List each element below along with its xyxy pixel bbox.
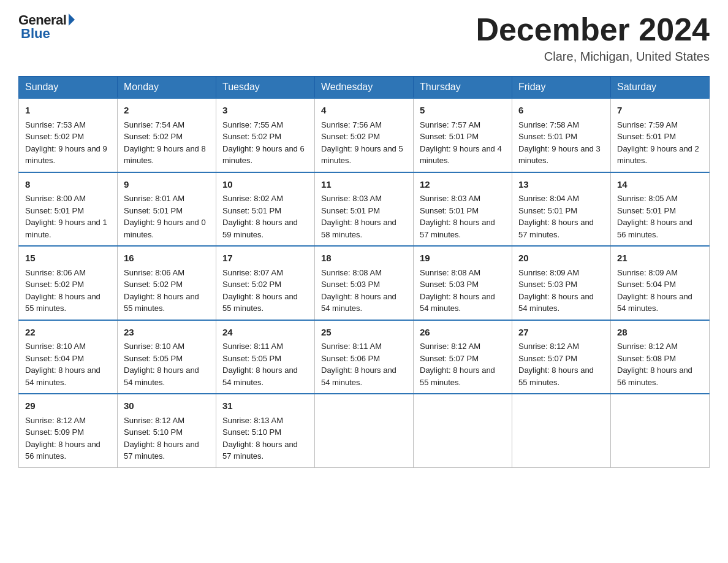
- table-row: 25 Sunrise: 8:11 AMSunset: 5:06 PMDaylig…: [315, 320, 414, 394]
- day-info: Sunrise: 8:12 AMSunset: 5:07 PMDaylight:…: [518, 342, 594, 387]
- table-row: 23 Sunrise: 8:10 AMSunset: 5:05 PMDaylig…: [118, 320, 216, 394]
- table-row: 31 Sunrise: 8:13 AMSunset: 5:10 PMDaylig…: [216, 394, 315, 467]
- table-row: 27 Sunrise: 8:12 AMSunset: 5:07 PMDaylig…: [512, 320, 611, 394]
- table-row: 7 Sunrise: 7:59 AMSunset: 5:01 PMDayligh…: [611, 98, 710, 172]
- calendar-week-2: 8 Sunrise: 8:00 AMSunset: 5:01 PMDayligh…: [19, 172, 710, 247]
- title-block: December 2024 Clare, Michigan, United St…: [476, 12, 710, 64]
- day-number: 5: [420, 104, 506, 118]
- col-header-saturday: Saturday: [611, 77, 710, 99]
- day-number: 9: [124, 178, 210, 192]
- month-title: December 2024: [476, 12, 710, 47]
- day-info: Sunrise: 8:02 AMSunset: 5:01 PMDaylight:…: [222, 194, 298, 239]
- table-row: [512, 394, 611, 467]
- day-info: Sunrise: 8:03 AMSunset: 5:01 PMDaylight:…: [420, 194, 495, 239]
- day-number: 12: [420, 178, 506, 192]
- day-number: 16: [124, 251, 210, 266]
- day-number: 10: [222, 178, 308, 192]
- day-info: Sunrise: 8:12 AMSunset: 5:10 PMDaylight:…: [124, 416, 199, 461]
- day-info: Sunrise: 8:08 AMSunset: 5:03 PMDaylight:…: [420, 268, 495, 313]
- day-number: 31: [222, 399, 308, 413]
- day-info: Sunrise: 8:12 AMSunset: 5:07 PMDaylight:…: [420, 342, 495, 387]
- table-row: 28 Sunrise: 8:12 AMSunset: 5:08 PMDaylig…: [611, 320, 710, 394]
- day-info: Sunrise: 8:08 AMSunset: 5:03 PMDaylight:…: [321, 268, 396, 313]
- day-info: Sunrise: 8:12 AMSunset: 5:09 PMDaylight:…: [25, 416, 100, 461]
- day-number: 28: [617, 326, 703, 340]
- day-info: Sunrise: 8:13 AMSunset: 5:10 PMDaylight:…: [222, 416, 298, 461]
- table-row: 5 Sunrise: 7:57 AMSunset: 5:01 PMDayligh…: [414, 98, 512, 172]
- table-row: [315, 394, 414, 467]
- table-row: 22 Sunrise: 8:10 AMSunset: 5:04 PMDaylig…: [19, 320, 118, 394]
- day-info: Sunrise: 8:09 AMSunset: 5:03 PMDaylight:…: [518, 268, 594, 313]
- col-header-tuesday: Tuesday: [216, 77, 315, 99]
- day-info: Sunrise: 8:05 AMSunset: 5:01 PMDaylight:…: [617, 194, 692, 239]
- day-number: 17: [222, 251, 308, 266]
- day-info: Sunrise: 7:57 AMSunset: 5:01 PMDaylight:…: [420, 120, 502, 166]
- day-number: 30: [124, 399, 210, 413]
- day-number: 23: [124, 326, 210, 340]
- table-row: 8 Sunrise: 8:00 AMSunset: 5:01 PMDayligh…: [19, 172, 118, 247]
- table-row: 1 Sunrise: 7:53 AMSunset: 5:02 PMDayligh…: [19, 98, 118, 172]
- table-row: 26 Sunrise: 8:12 AMSunset: 5:07 PMDaylig…: [414, 320, 512, 394]
- day-info: Sunrise: 8:12 AMSunset: 5:08 PMDaylight:…: [617, 342, 692, 387]
- logo-blue-text: Blue: [18, 26, 50, 42]
- day-info: Sunrise: 8:10 AMSunset: 5:04 PMDaylight:…: [25, 342, 100, 387]
- day-info: Sunrise: 7:55 AMSunset: 5:02 PMDaylight:…: [222, 120, 305, 166]
- table-row: 2 Sunrise: 7:54 AMSunset: 5:02 PMDayligh…: [118, 98, 216, 172]
- col-header-wednesday: Wednesday: [315, 77, 414, 99]
- day-info: Sunrise: 8:06 AMSunset: 5:02 PMDaylight:…: [124, 268, 199, 313]
- table-row: 18 Sunrise: 8:08 AMSunset: 5:03 PMDaylig…: [315, 246, 414, 320]
- table-row: 21 Sunrise: 8:09 AMSunset: 5:04 PMDaylig…: [611, 246, 710, 320]
- calendar-header-row: Sunday Monday Tuesday Wednesday Thursday…: [19, 77, 710, 99]
- table-row: 20 Sunrise: 8:09 AMSunset: 5:03 PMDaylig…: [512, 246, 611, 320]
- day-number: 22: [25, 326, 111, 340]
- day-info: Sunrise: 8:07 AMSunset: 5:02 PMDaylight:…: [222, 268, 298, 313]
- location-subtitle: Clare, Michigan, United States: [476, 50, 710, 64]
- day-info: Sunrise: 8:00 AMSunset: 5:01 PMDaylight:…: [25, 194, 107, 239]
- logo-arrow-icon: [69, 13, 75, 26]
- calendar-week-4: 22 Sunrise: 8:10 AMSunset: 5:04 PMDaylig…: [19, 320, 710, 394]
- day-number: 27: [518, 326, 604, 340]
- day-number: 4: [321, 104, 407, 118]
- table-row: 17 Sunrise: 8:07 AMSunset: 5:02 PMDaylig…: [216, 246, 315, 320]
- day-number: 20: [518, 251, 604, 266]
- day-number: 11: [321, 178, 407, 192]
- table-row: 6 Sunrise: 7:58 AMSunset: 5:01 PMDayligh…: [512, 98, 611, 172]
- day-number: 6: [518, 104, 604, 118]
- col-header-friday: Friday: [512, 77, 611, 99]
- day-info: Sunrise: 7:54 AMSunset: 5:02 PMDaylight:…: [124, 120, 206, 166]
- table-row: 16 Sunrise: 8:06 AMSunset: 5:02 PMDaylig…: [118, 246, 216, 320]
- calendar-week-3: 15 Sunrise: 8:06 AMSunset: 5:02 PMDaylig…: [19, 246, 710, 320]
- table-row: 14 Sunrise: 8:05 AMSunset: 5:01 PMDaylig…: [611, 172, 710, 247]
- table-row: 10 Sunrise: 8:02 AMSunset: 5:01 PMDaylig…: [216, 172, 315, 247]
- day-number: 21: [617, 251, 703, 266]
- table-row: 15 Sunrise: 8:06 AMSunset: 5:02 PMDaylig…: [19, 246, 118, 320]
- day-info: Sunrise: 8:11 AMSunset: 5:06 PMDaylight:…: [321, 342, 396, 387]
- day-number: 18: [321, 251, 407, 266]
- day-number: 15: [25, 251, 111, 266]
- table-row: 3 Sunrise: 7:55 AMSunset: 5:02 PMDayligh…: [216, 98, 315, 172]
- day-number: 24: [222, 326, 308, 340]
- day-info: Sunrise: 8:01 AMSunset: 5:01 PMDaylight:…: [124, 194, 206, 239]
- calendar-table: Sunday Monday Tuesday Wednesday Thursday…: [18, 76, 710, 468]
- day-info: Sunrise: 8:11 AMSunset: 5:05 PMDaylight:…: [222, 342, 298, 387]
- day-number: 7: [617, 104, 703, 118]
- day-number: 26: [420, 326, 506, 340]
- table-row: [414, 394, 512, 467]
- day-number: 13: [518, 178, 604, 192]
- day-number: 1: [25, 104, 111, 118]
- col-header-thursday: Thursday: [414, 77, 512, 99]
- day-info: Sunrise: 8:06 AMSunset: 5:02 PMDaylight:…: [25, 268, 100, 313]
- day-number: 14: [617, 178, 703, 192]
- day-info: Sunrise: 8:04 AMSunset: 5:01 PMDaylight:…: [518, 194, 594, 239]
- table-row: 11 Sunrise: 8:03 AMSunset: 5:01 PMDaylig…: [315, 172, 414, 247]
- day-number: 2: [124, 104, 210, 118]
- table-row: 4 Sunrise: 7:56 AMSunset: 5:02 PMDayligh…: [315, 98, 414, 172]
- day-info: Sunrise: 7:56 AMSunset: 5:02 PMDaylight:…: [321, 120, 403, 166]
- day-number: 19: [420, 251, 506, 266]
- day-info: Sunrise: 7:59 AMSunset: 5:01 PMDaylight:…: [617, 120, 699, 166]
- day-info: Sunrise: 8:03 AMSunset: 5:01 PMDaylight:…: [321, 194, 396, 239]
- day-number: 8: [25, 178, 111, 192]
- table-row: 30 Sunrise: 8:12 AMSunset: 5:10 PMDaylig…: [118, 394, 216, 467]
- day-info: Sunrise: 8:09 AMSunset: 5:04 PMDaylight:…: [617, 268, 692, 313]
- table-row: 29 Sunrise: 8:12 AMSunset: 5:09 PMDaylig…: [19, 394, 118, 467]
